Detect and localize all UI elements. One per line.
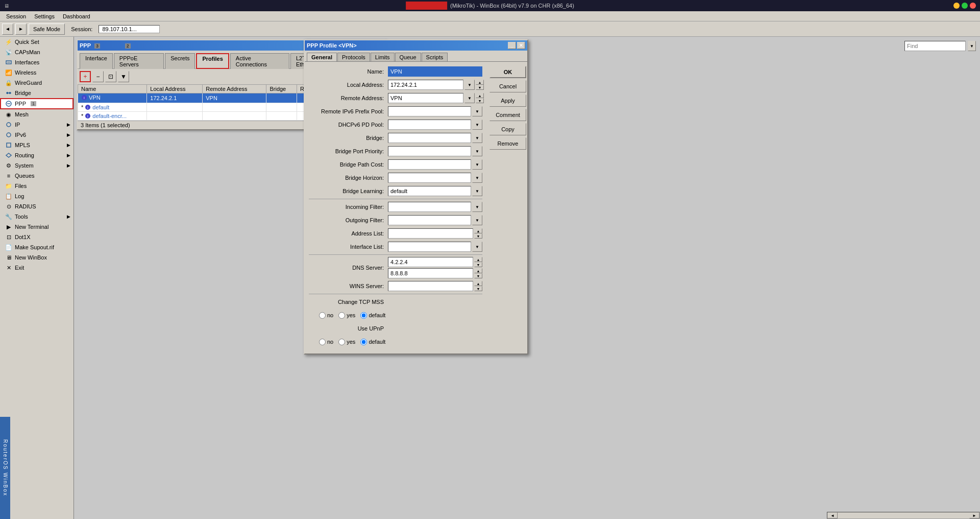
bridge-input[interactable] bbox=[388, 133, 471, 143]
back-button[interactable]: ◄ bbox=[2, 23, 13, 35]
bridge-horizon-dropdown[interactable]: ▼ bbox=[472, 173, 482, 183]
remote-ipv6-dropdown[interactable]: ▼ bbox=[472, 106, 482, 116]
copy-profile-button[interactable]: ⊡ bbox=[105, 71, 116, 82]
sidebar-item-queues[interactable]: ≡ Queues bbox=[0, 171, 74, 181]
sidebar-item-wireless[interactable]: 📶 Wireless bbox=[0, 67, 74, 78]
sidebar-item-exit[interactable]: ✕ Exit bbox=[0, 263, 74, 273]
remote-address-dropdown[interactable]: ▼ bbox=[464, 93, 475, 103]
safe-mode-button[interactable]: Safe Mode bbox=[29, 23, 65, 35]
profile-minimize-button[interactable]: _ bbox=[508, 42, 516, 49]
local-address-input[interactable] bbox=[388, 80, 463, 90]
filter-button[interactable]: ▼ bbox=[118, 71, 129, 82]
tab-secrets[interactable]: Secrets bbox=[165, 53, 195, 69]
sidebar-item-bridge[interactable]: Bridge bbox=[0, 88, 74, 98]
incoming-filter-dropdown[interactable]: ▼ bbox=[472, 202, 482, 212]
outgoing-filter-input[interactable] bbox=[388, 215, 471, 225]
sidebar-item-make-supout[interactable]: 📄 Make Supout.rif bbox=[0, 242, 74, 252]
remote-address-scroll-down[interactable]: ▼ bbox=[476, 98, 484, 103]
copy-button[interactable]: Copy bbox=[489, 123, 526, 135]
sidebar-item-dot1x[interactable]: ⊡ Dot1X bbox=[0, 232, 74, 242]
bridge-path-cost-dropdown[interactable]: ▼ bbox=[472, 159, 482, 170]
bridge-dropdown[interactable]: ▼ bbox=[472, 133, 482, 143]
bridge-path-cost-input[interactable] bbox=[388, 159, 471, 170]
apply-button[interactable]: Apply bbox=[489, 95, 526, 107]
col-remote-address[interactable]: Remote Address bbox=[203, 85, 266, 93]
sidebar-item-quick-set[interactable]: ⚡ Quick Set bbox=[0, 37, 74, 47]
tab-pppoe-servers[interactable]: PPPoE Servers bbox=[114, 53, 164, 69]
menu-session[interactable]: Session bbox=[2, 12, 30, 20]
sidebar-item-system[interactable]: ⚙ System ▶ bbox=[0, 160, 74, 171]
dns-server2-scroll-down[interactable]: ▼ bbox=[474, 273, 482, 278]
address-list-scroll-down[interactable]: ▼ bbox=[474, 233, 482, 239]
tcp-mss-yes-radio[interactable] bbox=[338, 312, 345, 319]
wins-scroll-down[interactable]: ▼ bbox=[474, 286, 482, 291]
scroll-right-button[interactable]: ► bbox=[969, 512, 979, 518]
local-address-dropdown[interactable]: ▼ bbox=[464, 80, 475, 90]
find-dropdown-button[interactable]: ▼ bbox=[968, 41, 976, 51]
profile-tab-queue[interactable]: Queue bbox=[395, 53, 421, 61]
tab-active-connections[interactable]: Active Connections bbox=[230, 53, 289, 69]
name-input[interactable] bbox=[388, 66, 482, 77]
sidebar-item-radius[interactable]: ⊙ RADIUS bbox=[0, 201, 74, 211]
profile-tab-protocols[interactable]: Protocols bbox=[337, 53, 370, 61]
menu-dashboard[interactable]: Dashboard bbox=[59, 12, 94, 20]
dns-server-input2[interactable] bbox=[388, 268, 473, 278]
tab-interface[interactable]: Interface bbox=[80, 53, 113, 69]
sidebar-item-routing[interactable]: Routing ▶ bbox=[0, 150, 74, 160]
menu-settings[interactable]: Settings bbox=[30, 12, 59, 20]
tcp-mss-no-radio[interactable] bbox=[319, 312, 326, 319]
minimize-button[interactable] bbox=[953, 3, 960, 9]
find-input[interactable] bbox=[904, 41, 966, 51]
sidebar-item-ipv6[interactable]: IPv6 ▶ bbox=[0, 130, 74, 140]
incoming-filter-input[interactable] bbox=[388, 202, 471, 212]
profile-tab-general[interactable]: General bbox=[307, 53, 337, 61]
address-list-input[interactable] bbox=[388, 228, 473, 239]
remove-profile-button[interactable]: − bbox=[92, 71, 104, 82]
remove-button[interactable]: Remove bbox=[489, 137, 526, 150]
profile-close-button[interactable]: ✕ bbox=[517, 42, 525, 49]
profile-tab-scripts[interactable]: Scripts bbox=[422, 53, 448, 61]
sidebar-item-tools[interactable]: 🔧 Tools ▶ bbox=[0, 211, 74, 222]
bridge-port-priority-input[interactable] bbox=[388, 146, 471, 156]
interface-list-input[interactable] bbox=[388, 242, 471, 252]
sidebar-item-interfaces[interactable]: Interfaces bbox=[0, 57, 74, 67]
bridge-port-priority-dropdown[interactable]: ▼ bbox=[472, 146, 482, 156]
profile-tab-limits[interactable]: Limits bbox=[371, 53, 395, 61]
col-bridge[interactable]: Bridge bbox=[266, 85, 297, 93]
horizontal-scrollbar[interactable]: ◄ ► bbox=[827, 512, 980, 519]
outgoing-filter-dropdown[interactable]: ▼ bbox=[472, 215, 482, 225]
dns-server2-scroll-up[interactable]: ▲ bbox=[474, 268, 482, 273]
local-address-scroll-up[interactable]: ▲ bbox=[476, 80, 484, 85]
sidebar-item-ip[interactable]: IP ▶ bbox=[0, 120, 74, 130]
remote-address-scroll-up[interactable]: ▲ bbox=[476, 93, 484, 98]
bridge-learning-input[interactable] bbox=[388, 186, 471, 196]
upnp-yes-radio[interactable] bbox=[338, 339, 345, 345]
sidebar-item-new-terminal[interactable]: ▶ New Terminal bbox=[0, 222, 74, 232]
sidebar-item-mesh[interactable]: ◉ Mesh bbox=[0, 109, 74, 120]
local-address-scroll-down[interactable]: ▼ bbox=[476, 85, 484, 90]
sidebar-item-files[interactable]: 📁 Files bbox=[0, 181, 74, 191]
wins-scroll-up[interactable]: ▲ bbox=[474, 281, 482, 286]
remote-ipv6-input[interactable] bbox=[388, 106, 471, 116]
maximize-button[interactable] bbox=[962, 3, 968, 9]
add-profile-button[interactable]: + bbox=[80, 71, 91, 82]
sidebar-item-ppp[interactable]: PPP 1 bbox=[0, 98, 74, 109]
col-name[interactable]: Name bbox=[78, 85, 147, 93]
sidebar-item-wireguard[interactable]: 🔒 WireGuard bbox=[0, 78, 74, 88]
remote-address-input[interactable] bbox=[388, 93, 463, 103]
bridge-horizon-input[interactable] bbox=[388, 173, 471, 183]
dns-server-input1[interactable] bbox=[388, 257, 473, 267]
comment-button[interactable]: Comment bbox=[489, 109, 526, 121]
dns-server1-scroll-down[interactable]: ▼ bbox=[474, 262, 482, 267]
scroll-left-button[interactable]: ◄ bbox=[827, 512, 838, 518]
sidebar-item-mpls[interactable]: MPLS ▶ bbox=[0, 140, 74, 150]
dhcpv6-dropdown[interactable]: ▼ bbox=[472, 120, 482, 130]
dhcpv6-input[interactable] bbox=[388, 120, 471, 130]
tcp-mss-default-radio[interactable] bbox=[360, 312, 367, 319]
wins-server-input[interactable] bbox=[388, 281, 473, 291]
cancel-button[interactable]: Cancel bbox=[489, 80, 526, 92]
dns-server1-scroll-up[interactable]: ▲ bbox=[474, 257, 482, 262]
interface-list-dropdown[interactable]: ▼ bbox=[472, 242, 482, 252]
tab-profiles[interactable]: Profiles bbox=[196, 53, 229, 69]
forward-button[interactable]: ► bbox=[15, 23, 27, 35]
